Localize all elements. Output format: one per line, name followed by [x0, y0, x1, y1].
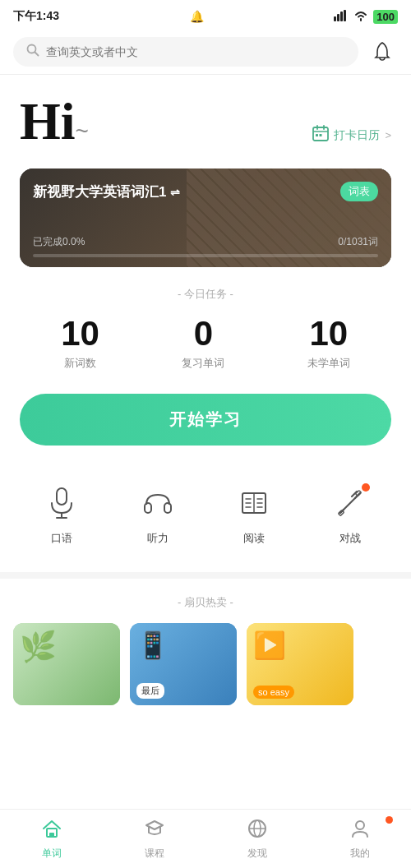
- book-icon: [233, 482, 275, 524]
- search-bar[interactable]: [13, 37, 358, 67]
- tools-row: 口语 听力: [13, 482, 398, 546]
- tool-speaking[interactable]: 口语: [40, 482, 83, 546]
- task-unlearned-words: 10 未学单词: [307, 316, 350, 371]
- nav-label-discover: 发现: [247, 847, 267, 861]
- svg-rect-15: [145, 503, 151, 513]
- main-content: Hi~ 打卡日历 > 新视野大学英语词汇1: [0, 75, 411, 446]
- hot-card-3[interactable]: ▶️ so easy: [247, 623, 353, 705]
- hot-section-label: - 扇贝热卖 -: [13, 595, 398, 610]
- task-review-words-number: 0: [194, 316, 213, 351]
- hot-section: - 扇贝热卖 - 🌿 📱 最后 ▶️ so easy: [0, 579, 411, 715]
- signal-icon: [334, 10, 349, 24]
- vocab-card[interactable]: 新视野大学英语词汇1 ⇌ 词表 已完成0.0% 0/1031词: [20, 169, 391, 267]
- nav-item-words[interactable]: 单词: [0, 818, 103, 861]
- hot-card-1[interactable]: 🌿: [13, 623, 120, 705]
- mic-icon: [40, 482, 83, 524]
- svg-rect-1: [337, 14, 339, 21]
- svg-rect-16: [164, 503, 171, 513]
- tool-listening[interactable]: 听力: [136, 482, 179, 546]
- nav-item-discover[interactable]: 发现: [206, 818, 308, 861]
- search-icon: [26, 44, 39, 60]
- checkin-label: 打卡日历: [334, 128, 380, 143]
- status-bar: 下午1:43 🔔 100: [0, 0, 411, 30]
- profile-icon: [349, 818, 371, 844]
- task-new-words-label: 新词数: [64, 356, 96, 371]
- profile-badge: [386, 816, 393, 824]
- battle-badge: [362, 483, 370, 492]
- today-tasks-label: - 今日任务 -: [20, 287, 391, 302]
- battle-icon: [329, 482, 372, 524]
- greeting-row: Hi~ 打卡日历 >: [20, 91, 391, 152]
- section-divider: [0, 572, 411, 579]
- task-review-words: 0 复习单词: [182, 316, 224, 371]
- checkin-button[interactable]: 打卡日历 >: [312, 125, 391, 152]
- vocab-title: 新视野大学英语词汇1 ⇌: [33, 182, 180, 201]
- home-icon: [41, 818, 62, 844]
- hot-cards-row: 🌿 📱 最后 ▶️ so easy: [13, 623, 398, 705]
- search-bar-container: [0, 30, 411, 74]
- start-learning-button[interactable]: 开始学习: [20, 394, 391, 446]
- vocab-card-content: 新视野大学英语词汇1 ⇌ 词表 已完成0.0% 0/1031词: [20, 169, 391, 267]
- task-unlearned-words-label: 未学单词: [307, 356, 350, 371]
- bottom-spacer: [0, 715, 411, 787]
- svg-rect-2: [340, 12, 343, 21]
- svg-rect-0: [334, 16, 336, 21]
- wifi-icon: [353, 10, 368, 24]
- svg-rect-11: [320, 134, 322, 136]
- nav-label-course: 课程: [145, 847, 164, 861]
- nav-label-words: 单词: [42, 847, 62, 861]
- search-input[interactable]: [46, 45, 345, 58]
- hot-card-2-inner: 最后: [130, 623, 237, 705]
- task-unlearned-words-number: 10: [309, 316, 348, 351]
- svg-rect-10: [316, 134, 318, 136]
- vocab-progress-bar-bg: [33, 254, 378, 257]
- tasks-row: 10 新词数 0 复习单词 10 未学单词: [20, 316, 391, 371]
- tool-reading[interactable]: 阅读: [233, 482, 275, 546]
- vocab-card-top: 新视野大学英语词汇1 ⇌ 词表: [33, 182, 378, 201]
- nav-item-course[interactable]: 课程: [103, 818, 206, 861]
- hot-card-2[interactable]: 📱 最后: [130, 623, 237, 705]
- svg-rect-32: [49, 833, 54, 837]
- nav-item-profile[interactable]: 我的: [308, 818, 411, 861]
- svg-line-5: [35, 53, 39, 56]
- tool-battle[interactable]: 对战: [329, 482, 372, 546]
- hot-card-3-inner: so easy: [247, 623, 353, 705]
- tool-reading-label: 阅读: [243, 531, 265, 546]
- svg-point-36: [356, 821, 364, 829]
- headphone-icon: [136, 482, 179, 524]
- hot-card-1-decoration: 🌿: [20, 630, 57, 664]
- task-review-words-label: 复习单词: [182, 356, 224, 371]
- vocab-badge: 词表: [340, 182, 378, 201]
- notification-icon: 🔔: [190, 10, 204, 23]
- battery-icon: 100: [373, 10, 398, 24]
- greeting-hi: Hi: [20, 92, 76, 150]
- hot-card-3-tag: so easy: [253, 686, 294, 699]
- vocab-progress-section: 已完成0.0% 0/1031词: [33, 235, 378, 257]
- tool-speaking-label: 口语: [51, 531, 72, 546]
- calendar-icon: [312, 125, 329, 145]
- greeting-text: Hi~: [20, 91, 89, 152]
- greeting-tilde: ~: [76, 118, 89, 144]
- tool-listening-label: 听力: [147, 531, 169, 546]
- svg-rect-12: [57, 488, 67, 505]
- course-icon: [144, 818, 165, 844]
- vocab-progress-text: 已完成0.0% 0/1031词: [33, 235, 378, 249]
- tools-section: 口语 听力: [0, 462, 411, 559]
- svg-rect-3: [344, 10, 346, 21]
- status-icons: 100: [334, 10, 398, 24]
- notification-bell-button[interactable]: [367, 36, 398, 67]
- bottom-nav: 单词 课程 发现 我的: [0, 809, 411, 868]
- nav-label-profile: 我的: [350, 847, 370, 861]
- hot-card-2-tag: 最后: [136, 683, 164, 699]
- tool-battle-label: 对战: [339, 531, 361, 546]
- task-new-words-number: 10: [61, 316, 99, 351]
- discover-icon: [247, 818, 268, 844]
- status-time: 下午1:43: [13, 9, 59, 24]
- checkin-arrow: >: [385, 129, 391, 141]
- task-new-words: 10 新词数: [61, 316, 99, 371]
